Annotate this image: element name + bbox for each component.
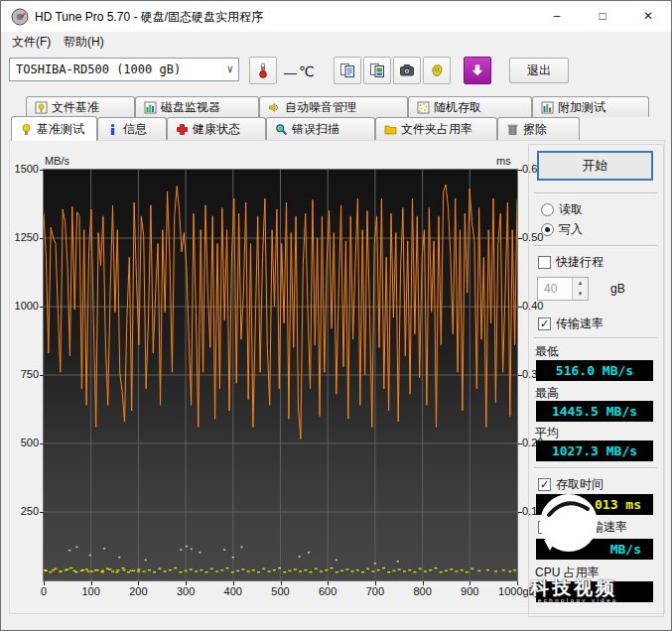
tab-health[interactable]: 健康状态 [167, 117, 266, 140]
axis-tick-mark [517, 581, 518, 585]
camera-icon [399, 63, 415, 78]
read-radio[interactable]: 读取 [541, 201, 583, 218]
axis-tick-label: 500 [1, 437, 39, 448]
burst-rate-display: MB/s [536, 539, 653, 560]
checkbox-checked-icon: ✓ [538, 521, 551, 534]
magnifier-icon [275, 123, 288, 136]
stepper-down-icon[interactable]: ▼ [573, 289, 588, 300]
axis-tick-mark [281, 581, 282, 585]
short-stroke-checkbox[interactable]: 快捷行程 [538, 254, 604, 271]
copy-text-button[interactable] [334, 57, 361, 84]
axis-tick-mark [40, 307, 44, 308]
checkbox-unchecked-icon [538, 256, 551, 269]
separator [534, 245, 657, 247]
drive-select[interactable]: TOSHIBA-RD500 (1000 gB) ∨ [9, 58, 239, 81]
axis-tick-mark [186, 581, 187, 585]
axis-tick-mark [40, 512, 44, 513]
tab-label: 自动噪音管理 [285, 99, 356, 116]
axis-tick-label: 1250 [1, 231, 39, 243]
radio-icon [541, 203, 554, 216]
tab-label: 健康状态 [193, 121, 240, 138]
separator [534, 467, 657, 469]
axis-tick-mark [233, 581, 234, 585]
menu-help[interactable]: 帮助(H) [57, 34, 111, 51]
screenshot-button[interactable] [393, 57, 421, 84]
axis-tick-mark [518, 512, 522, 513]
cpu-usage-display [536, 581, 653, 602]
axis-tick-mark [518, 170, 522, 171]
stepper-up-icon[interactable]: ▲ [573, 278, 588, 289]
tab-label: 随机存取 [434, 99, 481, 116]
tab-aam[interactable]: 自动噪音管理 [259, 96, 408, 117]
file-benchmark-icon [35, 101, 48, 114]
tab-info[interactable]: 信息 [97, 117, 167, 140]
tab-folder-usage[interactable]: 文件夹占用率 [375, 117, 497, 140]
checkbox-checked-icon: ✓ [538, 317, 551, 330]
avg-label: 平均 [535, 425, 559, 442]
menu-bar: 文件(F) 帮助(H) [1, 32, 671, 53]
transfer-rate-checkbox[interactable]: ✓ 传输速率 [538, 316, 604, 332]
burst-rate-checkbox[interactable]: ✓ 突发传输速率 [538, 519, 627, 536]
start-button[interactable]: 开始 [537, 151, 653, 181]
checkbox-checked-icon: ✓ [538, 478, 551, 491]
short-stroke-stepper[interactable]: 40 ▲▼ [537, 277, 589, 301]
options-button[interactable] [423, 57, 451, 84]
burst-rate-label: 突发传输速率 [556, 519, 627, 536]
tab-benchmark[interactable]: 基准测试 [11, 116, 97, 141]
tab-disk-monitor[interactable]: 磁盘监视器 [135, 96, 259, 117]
tab-error-scan[interactable]: 错误扫描 [266, 117, 375, 140]
title-bar: HD Tune Pro 5.70 - 硬盘/固态硬盘实用程序 – □ ✕ [1, 1, 671, 32]
read-radio-label: 读取 [559, 201, 583, 218]
access-time-label: 存取时间 [556, 476, 604, 493]
random-dots-icon [417, 101, 430, 114]
info-icon [106, 123, 119, 136]
tab-label: 文件基准 [52, 99, 99, 116]
axis-tick-mark [518, 375, 522, 376]
radio-selected-icon [541, 223, 554, 236]
exit-button[interactable]: 退出 [509, 58, 569, 83]
temperature-unit: ℃ [299, 63, 315, 79]
axis-tick-mark [328, 581, 329, 585]
bulb-icon [20, 123, 33, 136]
separator [534, 192, 657, 194]
write-radio[interactable]: 写入 [541, 221, 583, 238]
stepper-arrows[interactable]: ▲▼ [572, 278, 588, 300]
tab-label: 附加测试 [558, 99, 605, 116]
axis-tick-mark [423, 581, 424, 585]
app-icon [11, 8, 29, 26]
temperature-button[interactable] [249, 57, 277, 84]
minimize-button[interactable]: – [534, 1, 580, 32]
axis-tick-mark [40, 375, 44, 376]
tab-label: 基准测试 [37, 121, 84, 138]
speaker-icon [268, 101, 281, 114]
axis-tick-mark [470, 581, 470, 585]
download-arrow-icon [470, 63, 485, 78]
maximize-button[interactable]: □ [580, 1, 625, 32]
short-stroke-unit: gB [610, 282, 625, 296]
menu-file[interactable]: 文件(F) [5, 34, 58, 51]
benchmark-chart [44, 170, 517, 580]
short-stroke-value: 40 [544, 282, 557, 296]
access-time-checkbox[interactable]: ✓ 存取时间 [538, 476, 604, 493]
extra-tests-icon [541, 101, 554, 114]
tab-random-access[interactable]: 随机存取 [408, 96, 532, 117]
tab-label: 擦除 [523, 121, 547, 138]
save-export-button[interactable] [464, 57, 491, 84]
copy-image-icon [369, 63, 385, 78]
close-button[interactable]: ✕ [625, 1, 671, 32]
window-title: HD Tune Pro 5.70 - 硬盘/固态硬盘实用程序 [35, 9, 263, 26]
copy-image-button[interactable] [363, 57, 391, 84]
copy-text-icon [339, 63, 355, 78]
tab-label: 信息 [123, 121, 147, 138]
tab-label: 文件夹占用率 [401, 121, 472, 138]
tab-erase[interactable]: 擦除 [497, 117, 580, 140]
tab-extra-tests[interactable]: 附加测试 [532, 96, 649, 117]
axis-tick-mark [518, 443, 522, 444]
axis-tick-mark [44, 581, 45, 585]
tab-file-benchmark[interactable]: 文件基准 [26, 96, 135, 117]
transfer-rate-label: 传输速率 [556, 316, 604, 332]
axis-tick-mark [40, 238, 44, 239]
right-axis-unit: ms [496, 155, 511, 167]
folder-icon [384, 123, 397, 136]
axis-tick-mark [138, 581, 139, 585]
